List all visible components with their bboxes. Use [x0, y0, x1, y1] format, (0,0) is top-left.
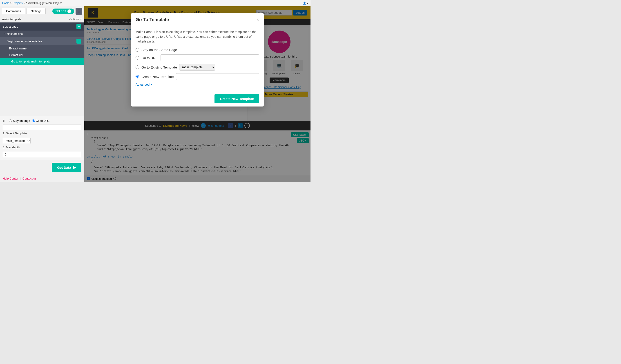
modal-overlay[interactable]: Go To Template × Make ParseHub start exe… [84, 6, 310, 182]
go-to-url-label: Go to URL [36, 119, 50, 122]
existing-template-label[interactable]: Go to Existing Template [141, 65, 177, 69]
help-separator: | [20, 177, 21, 180]
tree-item-select-page[interactable]: Select page + [0, 22, 84, 31]
template-select-wrap: main_template [3, 138, 81, 144]
tree-item-label: Select articles [4, 32, 23, 35]
options-button[interactable]: Options ▾ [69, 17, 82, 21]
prop-1-label: 1: [3, 119, 7, 122]
modal-header: Go To Template × [131, 13, 264, 25]
max-depth-label: 3: Max depth [3, 146, 19, 149]
modal-option-existing: Go to Existing Template main_template [136, 64, 259, 70]
go-to-url-input[interactable]: "https://www.sharedcount.com/" [160, 54, 259, 61]
help-center-link[interactable]: Help Center [3, 177, 18, 180]
toggle-circle [68, 9, 71, 13]
properties-panel: 1: Stay on page Go to URL "https://www.s… [0, 116, 84, 160]
get-data-label: Get Data [57, 165, 71, 169]
get-data-button[interactable]: Get Data ▶ [52, 163, 81, 172]
go-to-url-label-modal[interactable]: Go to URL: [141, 56, 158, 60]
advanced-chevron-icon: ▾ [150, 83, 152, 86]
modal-description: Make ParseHub start executing a template… [136, 30, 259, 44]
hamburger-button[interactable]: ☰ [76, 8, 82, 15]
select-template-label: 2: Select Template [3, 132, 27, 135]
tree-item-begin-entry[interactable]: Begin new entry in articles + [0, 37, 84, 45]
modal-option-url: Go to URL: "https://www.sharedcount.com/… [136, 54, 259, 61]
existing-template-select[interactable]: main_template [179, 64, 215, 70]
existing-template-radio[interactable] [136, 65, 139, 69]
advanced-label: Advanced [136, 83, 150, 86]
modal-option-stay: Stay on the Same Page [136, 48, 259, 52]
create-template-button[interactable]: Create New Template [214, 94, 259, 103]
breadcrumb-project: * www.kdnuggets.com Project [26, 1, 62, 5]
prop-row-2: 2: Select Template [3, 132, 81, 136]
breadcrumb-sep2: > [23, 1, 25, 5]
template-header: main_template Options ▾ [0, 16, 84, 22]
depth-input[interactable] [3, 152, 81, 157]
tree-item-label: Select page [3, 25, 18, 28]
breadcrumb-home[interactable]: Home [2, 1, 9, 5]
breadcrumb: Home > Projects > * www.kdnuggets.com Pr… [0, 0, 310, 6]
help-row: Help Center | Contact us [0, 175, 84, 182]
arrow-right-icon: ▶ [73, 165, 76, 170]
breadcrumb-projects[interactable]: Projects [13, 1, 22, 5]
new-template-name-input[interactable]: sharedcount [176, 73, 259, 80]
select-toggle-wrap: SELECT ☰ [52, 8, 82, 15]
modal-title: Go To Template [136, 17, 169, 22]
modal-close-button[interactable]: × [257, 17, 259, 22]
tree-add-button[interactable]: + [76, 39, 81, 44]
tree-item-extract-name[interactable]: Extract name [0, 45, 84, 52]
prop-row-1: 1: Stay on page Go to URL [3, 119, 81, 122]
advanced-toggle[interactable]: Advanced ▾ [136, 83, 259, 86]
get-data-area: Get Data ▶ [0, 160, 84, 175]
stay-on-page-radio[interactable] [9, 119, 12, 122]
create-new-label[interactable]: Create New Template [141, 75, 174, 79]
user-icon: 👤 ▾ [303, 1, 308, 5]
url-input[interactable]: "https://www.sharedcount.com/" [3, 124, 81, 130]
prop-row-url: "https://www.sharedcount.com/" [3, 124, 81, 130]
tree-add-button[interactable]: + [76, 24, 81, 29]
stay-same-page-label[interactable]: Stay on the Same Page [141, 48, 177, 52]
tree-list: Select page + Select articles Begin new … [0, 22, 84, 116]
tab-commands[interactable]: Commands [2, 8, 25, 14]
tab-row: Commands Settings SELECT ☰ [0, 6, 84, 16]
toggle-label: SELECT [55, 10, 66, 13]
tree-item-extract-url[interactable]: Extract url [0, 52, 84, 58]
modal-dialog: Go To Template × Make ParseHub start exe… [131, 13, 264, 106]
right-area: K Data Mining, Analytics, Big Data, and … [84, 6, 310, 182]
tree-item-goto-template[interactable]: Go to template main_template [0, 58, 84, 65]
stay-on-page-option[interactable]: Stay on page [9, 119, 30, 122]
go-to-url-option[interactable]: Go to URL [32, 119, 50, 122]
template-name: main_template [2, 17, 21, 21]
create-new-radio[interactable] [136, 75, 139, 78]
contact-link[interactable]: Contact us [22, 177, 36, 180]
user-menu[interactable]: 👤 ▾ [303, 1, 308, 5]
left-panel: Commands Settings SELECT ☰ main_template… [0, 6, 84, 182]
tree-item-label: Extract url [9, 53, 23, 57]
template-select[interactable]: main_template [3, 138, 31, 144]
tab-settings[interactable]: Settings [27, 8, 46, 14]
tree-item-select-articles[interactable]: Select articles [0, 31, 84, 37]
tree-item-label: Begin new entry in articles [7, 40, 42, 43]
tree-item-label: Extract name [9, 47, 27, 50]
prop-row-3: 3: Max depth [3, 146, 81, 150]
modal-footer: Create New Template [131, 91, 264, 106]
go-to-url-radio[interactable] [32, 119, 35, 122]
select-toggle-pill[interactable]: SELECT [52, 9, 74, 14]
stay-on-page-label: Stay on page [13, 119, 30, 122]
tree-item-label: Go to template main_template [11, 60, 50, 63]
go-to-url-radio-modal[interactable] [136, 56, 139, 60]
modal-option-new: Create New Template sharedcount [136, 73, 259, 80]
modal-body: Make ParseHub start executing a template… [131, 25, 264, 91]
breadcrumb-sep1: > [10, 1, 12, 5]
stay-same-page-radio[interactable] [136, 48, 139, 52]
